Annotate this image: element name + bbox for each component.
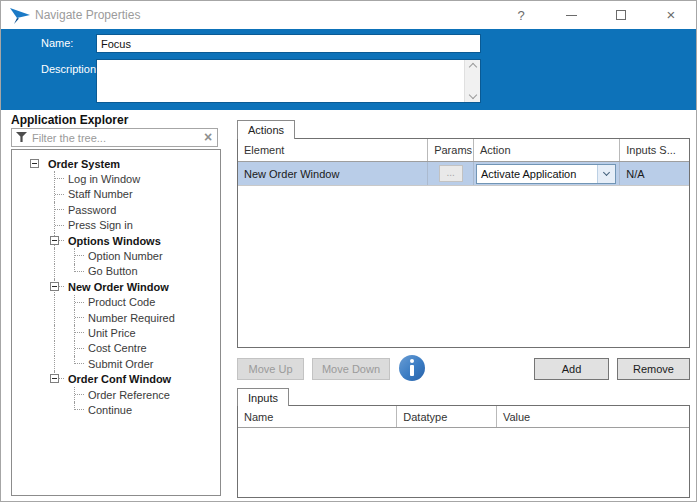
tree-node[interactable]: Order System bbox=[25, 156, 220, 171]
name-input[interactable] bbox=[96, 34, 481, 53]
tree-filter-input[interactable] bbox=[28, 132, 199, 144]
close-button[interactable]: × bbox=[646, 1, 696, 29]
description-label: Description: bbox=[41, 63, 99, 75]
action-dropdown[interactable]: Activate Application bbox=[476, 164, 616, 184]
tree-node-label[interactable]: Cost Centre bbox=[88, 342, 147, 354]
add-button[interactable]: Add bbox=[534, 358, 609, 380]
column-header-name[interactable]: Name bbox=[238, 406, 397, 427]
move-up-button[interactable]: Move Up bbox=[237, 358, 304, 380]
tree-node[interactable]: Order Reference bbox=[25, 387, 220, 402]
minimize-icon bbox=[566, 15, 577, 16]
tree-connector bbox=[45, 187, 65, 202]
cell-inputs-set: N/A bbox=[620, 162, 689, 185]
tree-guide bbox=[25, 387, 45, 402]
clear-filter-icon[interactable]: × bbox=[199, 129, 217, 146]
tree-node-label[interactable]: Unit Price bbox=[88, 327, 136, 339]
minimize-button[interactable] bbox=[546, 1, 596, 29]
tree-node[interactable]: Cost Centre bbox=[25, 341, 220, 356]
maximize-button[interactable] bbox=[596, 1, 646, 29]
column-header-inputs-s[interactable]: Inputs S... bbox=[620, 139, 689, 161]
tree-guide bbox=[45, 402, 65, 417]
filter-funnel-icon bbox=[16, 132, 28, 143]
tree-node[interactable]: Unit Price bbox=[25, 325, 220, 340]
column-header-element[interactable]: Element bbox=[238, 139, 428, 161]
tree-node-label[interactable]: Order Conf Window bbox=[68, 373, 171, 385]
actions-grid[interactable]: ElementParamsActionInputs S...New Order … bbox=[237, 138, 690, 348]
inputs-grid[interactable]: NameDatatypeValue bbox=[237, 405, 690, 498]
tree-connector bbox=[65, 295, 85, 310]
application-explorer-tree[interactable]: Order SystemLog in WindowStaff NumberPas… bbox=[11, 149, 221, 496]
tree-node-label[interactable]: Order Reference bbox=[88, 389, 170, 401]
scroll-down-icon[interactable] bbox=[468, 91, 476, 99]
add-label: Add bbox=[562, 363, 582, 375]
tree-node-label[interactable]: Option Number bbox=[88, 250, 163, 262]
column-header-action[interactable]: Action bbox=[474, 139, 620, 161]
description-scrollbar[interactable] bbox=[464, 60, 480, 102]
collapse-toggle-icon[interactable] bbox=[50, 374, 59, 383]
tree-connector bbox=[45, 171, 65, 186]
collapse-toggle-icon[interactable] bbox=[50, 236, 59, 245]
column-header-datatype[interactable]: Datatype bbox=[397, 406, 497, 427]
tab-inputs[interactable]: Inputs bbox=[237, 388, 289, 406]
tree-node[interactable]: Options Windows bbox=[25, 233, 220, 248]
tree-node[interactable]: Press Sign in bbox=[25, 218, 220, 233]
tree-node-label[interactable]: Submit Order bbox=[88, 358, 153, 370]
tree-node[interactable]: Submit Order bbox=[25, 356, 220, 371]
scroll-up-icon[interactable] bbox=[468, 63, 476, 71]
actions-table-row[interactable]: New Order Window...Activate ApplicationN… bbox=[238, 162, 689, 186]
navigate-properties-dialog: Navigate Properties ? × Name: Descriptio… bbox=[0, 0, 697, 502]
help-button[interactable]: ? bbox=[496, 1, 546, 29]
tree-guide bbox=[45, 356, 65, 371]
tree-node-label[interactable]: Press Sign in bbox=[68, 219, 133, 231]
tree-node[interactable]: Product Code bbox=[25, 295, 220, 310]
tree-node[interactable]: Go Button bbox=[25, 264, 220, 279]
tree-node-label[interactable]: Continue bbox=[88, 404, 132, 416]
description-input[interactable] bbox=[97, 60, 463, 102]
column-header-value[interactable]: Value bbox=[497, 406, 689, 427]
tree-node-label[interactable]: Staff Number bbox=[68, 188, 133, 200]
cell-element[interactable]: New Order Window bbox=[238, 162, 428, 185]
tree-connector bbox=[65, 248, 85, 263]
tree-guide bbox=[25, 371, 45, 386]
tree-connector bbox=[45, 279, 65, 294]
tree-node-label[interactable]: Number Required bbox=[88, 312, 175, 324]
tree-node[interactable]: New Order Window bbox=[25, 279, 220, 294]
tree-node[interactable]: Log in Window bbox=[25, 171, 220, 186]
move-down-button[interactable]: Move Down bbox=[312, 358, 390, 380]
tree-node-label[interactable]: Password bbox=[68, 204, 116, 216]
tree-node-label[interactable]: Options Windows bbox=[68, 235, 161, 247]
chevron-down-icon bbox=[603, 169, 610, 176]
titlebar[interactable]: Navigate Properties ? × bbox=[1, 1, 696, 29]
collapse-toggle-icon[interactable] bbox=[50, 282, 59, 291]
tab-actions[interactable]: Actions bbox=[237, 120, 295, 139]
description-field bbox=[96, 59, 481, 103]
collapse-toggle-icon[interactable] bbox=[30, 159, 39, 168]
tree-node-label[interactable]: Product Code bbox=[88, 296, 155, 308]
tree-node[interactable]: Password bbox=[25, 202, 220, 217]
grid-header-row: ElementParamsActionInputs S... bbox=[238, 139, 689, 162]
tree-connector bbox=[65, 341, 85, 356]
tree-guide bbox=[45, 387, 65, 402]
tree-node-label[interactable]: Log in Window bbox=[68, 173, 140, 185]
cell-params: ... bbox=[428, 162, 474, 185]
tree-node-label[interactable]: New Order Window bbox=[68, 281, 169, 293]
dropdown-arrow-icon[interactable] bbox=[597, 165, 615, 183]
tree-connector bbox=[65, 402, 85, 417]
info-icon[interactable] bbox=[399, 355, 425, 381]
tree-node[interactable]: Option Number bbox=[25, 248, 220, 263]
tree-node[interactable]: Staff Number bbox=[25, 187, 220, 202]
remove-button[interactable]: Remove bbox=[617, 358, 690, 380]
action-dropdown-value: Activate Application bbox=[477, 168, 597, 180]
tree-node[interactable]: Continue bbox=[25, 402, 220, 417]
column-header-params[interactable]: Params bbox=[428, 139, 474, 161]
tree-node[interactable]: Number Required bbox=[25, 310, 220, 325]
tree-node-label[interactable]: Go Button bbox=[88, 265, 138, 277]
tree-node-label[interactable]: Order System bbox=[48, 158, 120, 170]
tree-guide bbox=[45, 341, 65, 356]
tree-node[interactable]: Order Conf Window bbox=[25, 371, 220, 386]
close-icon: × bbox=[667, 10, 676, 20]
application-explorer-title: Application Explorer bbox=[11, 113, 128, 127]
params-button[interactable]: ... bbox=[439, 165, 463, 182]
tree-guide bbox=[45, 264, 65, 279]
maximize-icon bbox=[616, 10, 626, 20]
